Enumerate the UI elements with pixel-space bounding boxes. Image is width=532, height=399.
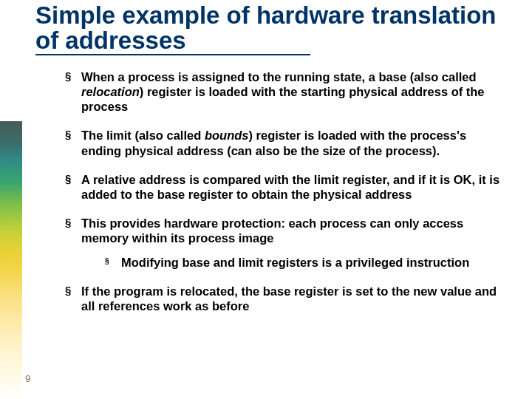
slide-container: Simple example of hardware translation o… [0, 0, 532, 399]
slide-title: Simple example of hardware translation o… [35, 3, 508, 52]
page-number: 9 [25, 373, 30, 384]
bullet-2-pre: The limit (also called [81, 129, 205, 142]
title-underline [35, 54, 310, 55]
bullet-4a: Modifying base and limit registers is a … [105, 255, 502, 270]
bullet-1-emph: relocation [81, 85, 140, 98]
bullet-4: This provides hardware protection: each … [65, 216, 502, 245]
bullet-2: The limit (also called bounds) register … [65, 128, 502, 157]
bullet-2-emph: bounds [205, 129, 249, 142]
bullet-1-pre: When a process is assigned to the runnin… [81, 70, 477, 83]
bullet-5: If the program is relocated, the base re… [65, 284, 502, 313]
bullet-3: A relative address is compared with the … [65, 172, 502, 202]
bullet-1: When a process is assigned to the runnin… [65, 69, 502, 114]
slide-body: When a process is assigned to the runnin… [65, 69, 502, 314]
bullet-1-post: ) register is loaded with the starting p… [81, 85, 485, 113]
